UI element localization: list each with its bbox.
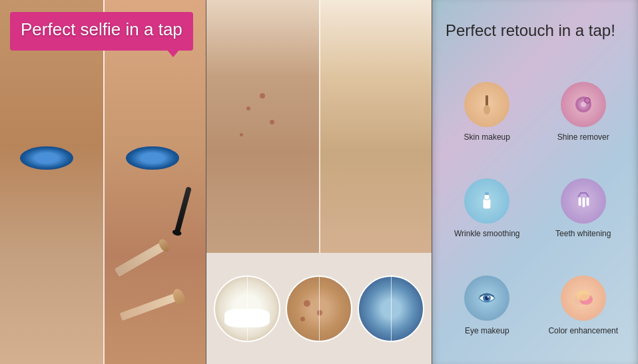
wrinkle-circle — [464, 178, 509, 224]
thumb-spot2 — [317, 310, 322, 315]
svg-point-17 — [487, 296, 489, 298]
eye-icon — [475, 286, 499, 310]
teeth-whitening-label: Teeth whitening — [555, 229, 611, 238]
panel2-divider — [319, 0, 320, 253]
thumb-divider1 — [247, 277, 248, 341]
face-before — [0, 0, 103, 364]
svg-point-20 — [577, 290, 590, 301]
face-divider — [103, 0, 105, 364]
feature-eye-makeup: Eye makeup — [442, 260, 532, 351]
thumb-spot1 — [304, 300, 310, 307]
svg-line-13 — [578, 193, 581, 197]
panel1-title-text: Perfect selfie in a tap — [21, 19, 182, 39]
palette-icon — [571, 286, 595, 310]
teeth-circle — [561, 178, 606, 224]
color-enhancement-label: Color enhancement — [548, 326, 618, 335]
skin-makeup-circle — [464, 82, 509, 127]
cream-icon — [475, 189, 499, 213]
blemish1 — [260, 93, 265, 98]
eye-makeup-circle — [464, 275, 509, 321]
skin-makeup-label: Skin makeup — [464, 132, 510, 142]
blemish3 — [270, 120, 274, 124]
panel-before-after — [206, 0, 432, 364]
blemish2 — [246, 106, 250, 110]
shine-remover-circle — [561, 82, 606, 127]
panel-features: Perfect retouch in a tap! Skin makeup — [432, 0, 638, 364]
thumb-divider3 — [391, 277, 392, 341]
svg-rect-7 — [484, 194, 489, 200]
panel1-title-container: Perfect selfie in a tap — [10, 12, 193, 51]
feature-shine-remover: Shine remover — [539, 67, 629, 157]
feature-skin-makeup: Skin makeup — [442, 67, 532, 157]
panel3-title-text: Perfect retouch in a tap! — [446, 21, 615, 39]
bubble-tail — [166, 49, 180, 57]
svg-rect-11 — [586, 197, 589, 206]
svg-point-1 — [483, 105, 490, 114]
feature-wrinkle-smoothing: Wrinkle smoothing — [442, 164, 532, 254]
panel3-title-container: Perfect retouch in a tap! — [446, 20, 625, 41]
svg-rect-9 — [578, 197, 581, 206]
thumb-teeth — [214, 275, 280, 342]
svg-rect-8 — [485, 192, 489, 195]
powder-icon — [571, 92, 595, 116]
features-grid: Skin makeup Shine remover — [442, 67, 628, 351]
wrinkle-smoothing-label: Wrinkle smoothing — [454, 229, 519, 238]
thumb-spot3 — [300, 317, 305, 321]
svg-rect-10 — [582, 197, 585, 208]
title-bubble: Perfect selfie in a tap — [10, 12, 193, 51]
thumb-divider2 — [319, 277, 320, 341]
teeth-icon — [571, 189, 595, 213]
thumb-eye — [358, 275, 424, 342]
thumb-skin — [286, 275, 352, 342]
color-enhancement-circle — [561, 275, 606, 321]
feature-color-enhancement: Color enhancement — [539, 260, 629, 351]
eye-right — [126, 146, 179, 170]
face-after — [103, 0, 206, 364]
thumbnail-row — [206, 253, 432, 364]
panel-selfie: Perfect selfie in a tap — [0, 0, 206, 364]
feature-teeth-whitening: Teeth whitening — [539, 164, 629, 254]
svg-line-14 — [586, 193, 589, 197]
blemish4 — [240, 133, 243, 136]
eye-left — [20, 146, 73, 170]
face2-after — [319, 0, 432, 253]
brush-icon — [475, 92, 499, 116]
eye-makeup-label: Eye makeup — [465, 326, 509, 335]
svg-point-5 — [585, 98, 590, 103]
face2-before — [206, 0, 319, 253]
shine-remover-label: Shine remover — [557, 132, 609, 142]
